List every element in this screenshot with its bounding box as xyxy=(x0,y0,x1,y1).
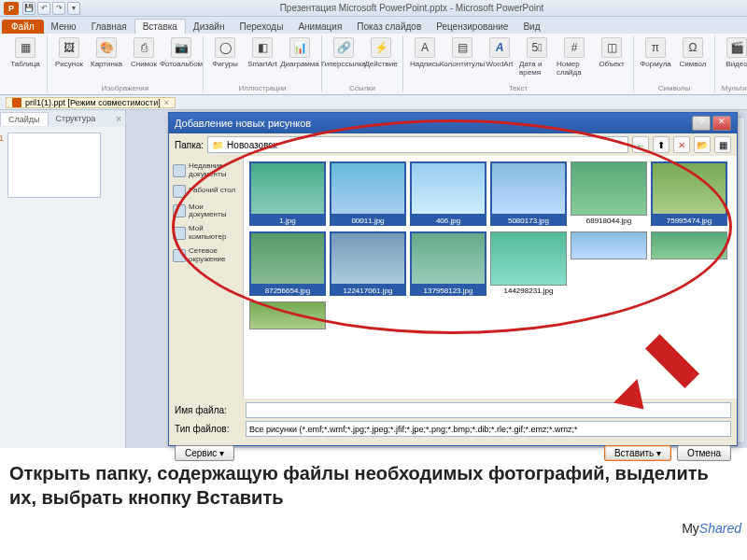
undo-icon[interactable]: ↶ xyxy=(37,2,50,15)
slide-thumbnail[interactable]: 1 xyxy=(7,133,101,198)
file-thumbnail[interactable]: 406.jpg xyxy=(410,161,486,226)
item-label: Дата и время xyxy=(519,60,555,77)
file-thumbnail[interactable]: 137958123.jpg xyxy=(410,231,486,296)
table-button[interactable]: ▦Таблица xyxy=(7,35,43,70)
textbox-button[interactable]: AНадпись xyxy=(407,35,443,70)
ribbon-tab-animation[interactable]: Анимация xyxy=(290,20,349,34)
slide-number: 1 xyxy=(0,133,4,143)
up-icon[interactable]: ⬆ xyxy=(653,136,669,153)
cancel-button[interactable]: Отмена xyxy=(677,445,731,461)
tab-slides[interactable]: Слайды xyxy=(0,112,49,126)
ribbon-group-images: 🖼Рисунок 🎨Картинка ⎙Снимок 📷Фотоальбом И… xyxy=(48,35,204,92)
clipart-button[interactable]: 🎨Картинка xyxy=(89,35,124,70)
ribbon-tab-insert[interactable]: Вставка xyxy=(134,19,186,34)
views-icon[interactable]: ▦ xyxy=(714,136,731,153)
ribbon-tab-view[interactable]: Вид xyxy=(515,20,547,34)
place-mydocs[interactable]: Мои документы xyxy=(171,201,241,223)
place-recent[interactable]: Недавние документы xyxy=(171,160,241,182)
file-thumbnail[interactable]: 5080173.jpg xyxy=(490,161,567,226)
action-button[interactable]: ⚡Действие xyxy=(363,35,399,70)
shapes-button[interactable]: ◯Фигуры xyxy=(207,35,243,70)
save-icon[interactable]: 💾 xyxy=(22,2,35,15)
newfolder-icon[interactable]: 📂 xyxy=(694,136,711,153)
app-logo: P xyxy=(4,2,19,15)
document-tab[interactable]: pril1(1).ppt [Режим совместимости] × xyxy=(6,97,176,108)
network-icon xyxy=(173,249,186,262)
folder-combobox[interactable]: 📁 Новоазовск xyxy=(207,136,628,153)
smartart-button[interactable]: ◧SmartArt xyxy=(245,35,280,70)
thumbnail-label: 00011.jpg xyxy=(330,216,406,226)
ribbon-body: ▦Таблица 🖼Рисунок 🎨Картинка ⎙Снимок 📷Фот… xyxy=(0,34,747,95)
file-thumbnail[interactable]: 68918044.jpg xyxy=(571,161,647,226)
watermark: MyShared xyxy=(682,521,741,536)
delete-icon[interactable]: ✕ xyxy=(673,136,690,153)
thumbnail-label: 406.jpg xyxy=(410,216,486,226)
screenshot-button[interactable]: ⎙Снимок xyxy=(126,35,162,70)
btn-label: Сервис xyxy=(185,448,217,458)
file-tab[interactable]: Файл xyxy=(2,20,44,34)
datetime-button[interactable]: 5⃣Дата и время xyxy=(519,35,555,78)
hyperlink-button[interactable]: 🔗Гиперссылка xyxy=(326,35,361,70)
headerfooter-button[interactable]: ▤Колонтитулы xyxy=(444,35,480,70)
ribbon-tab-design[interactable]: Дизайн xyxy=(186,20,233,34)
ribbon-tab-transitions[interactable]: Переходы xyxy=(232,20,290,34)
place-label: Сетевое окружение xyxy=(189,247,239,264)
btn-label: Вставить xyxy=(614,448,654,458)
thumbnail-image xyxy=(249,161,326,216)
help-icon[interactable]: ? xyxy=(692,116,711,131)
place-desktop[interactable]: Рабочий стол xyxy=(171,182,241,201)
file-thumbnail[interactable]: 87256654.jpg xyxy=(249,231,326,296)
symbol-button[interactable]: ΩСимвол xyxy=(675,35,711,70)
mydocs-icon xyxy=(173,204,186,217)
dialog-titlebar[interactable]: Добавление новых рисунков ? ✕ xyxy=(169,113,737,133)
table-icon: ▦ xyxy=(15,37,35,58)
picture-button[interactable]: 🖼Рисунок xyxy=(51,35,87,70)
object-button[interactable]: ◫Объект xyxy=(594,35,629,70)
ribbon-tab-slideshow[interactable]: Показ слайдов xyxy=(349,20,429,34)
close-icon[interactable]: ✕ xyxy=(712,116,731,131)
item-label: Надпись xyxy=(410,60,440,68)
recent-icon xyxy=(173,164,186,177)
back-icon[interactable]: ← xyxy=(632,136,649,153)
file-thumbnail[interactable] xyxy=(651,231,727,296)
place-network[interactable]: Сетевое окружение xyxy=(171,245,241,267)
item-label: Колонтитулы xyxy=(440,60,486,68)
close-icon[interactable]: × xyxy=(164,98,169,107)
equation-button[interactable]: πФормула xyxy=(638,35,673,70)
ribbon-tab-review[interactable]: Рецензирование xyxy=(429,20,515,34)
thumbnail-image xyxy=(410,231,486,286)
ribbon-tab-home[interactable]: Главная xyxy=(84,20,134,34)
group-label: Символы xyxy=(638,84,711,92)
file-thumbnail[interactable]: 00011.jpg xyxy=(330,161,406,226)
insert-button[interactable]: Вставить ▾ xyxy=(604,445,671,461)
doc-label: pril1(1).ppt [Режим совместимости] xyxy=(25,98,161,107)
place-mycomputer[interactable]: Мой компьютер xyxy=(171,222,241,245)
tab-outline[interactable]: Структура xyxy=(49,112,104,125)
close-icon[interactable]: × xyxy=(116,114,121,124)
thumbnail-label: 5080173.jpg xyxy=(490,216,567,226)
photoalbum-button[interactable]: 📷Фотоальбом xyxy=(163,35,199,70)
file-thumbnail[interactable]: 144298231.jpg xyxy=(490,231,567,296)
thumbnail-image xyxy=(571,231,647,259)
file-thumbnail[interactable] xyxy=(249,301,326,329)
filename-label: Имя файла: xyxy=(175,405,240,415)
file-thumbnail[interactable]: 122417061.jpg xyxy=(330,231,406,296)
redo-icon[interactable]: ↷ xyxy=(52,2,65,15)
service-button[interactable]: Сервис ▾ xyxy=(175,445,234,461)
qat-more-icon[interactable]: ▾ xyxy=(67,2,80,15)
video-icon: 🎬 xyxy=(726,37,747,58)
dialog-title-text: Добавление новых рисунков xyxy=(175,118,690,129)
item-label: Фотоальбом xyxy=(160,60,203,68)
wordart-button[interactable]: AWordArt xyxy=(482,35,517,70)
slidenumber-button[interactable]: #Номер слайда xyxy=(557,35,592,78)
thumbnail-image xyxy=(249,301,326,329)
file-thumbnail[interactable]: 1.jpg xyxy=(249,161,326,226)
filetype-combobox[interactable]: Все рисунки (*.emf;*.wmf;*.jpg;*.jpeg;*.… xyxy=(246,421,731,437)
file-thumbnail[interactable] xyxy=(571,231,647,296)
video-button[interactable]: 🎬Видео xyxy=(719,35,747,70)
chart-button[interactable]: 📊Диаграмма xyxy=(282,35,317,70)
ribbon-tab-menu[interactable]: Меню xyxy=(44,20,84,34)
file-thumbnail[interactable]: 75995474.jpg xyxy=(651,161,727,226)
ribbon-group-illustrations: ◯Фигуры ◧SmartArt 📊Диаграмма Иллюстрации xyxy=(204,35,322,92)
thumbnail-label: 144298231.jpg xyxy=(490,286,567,296)
